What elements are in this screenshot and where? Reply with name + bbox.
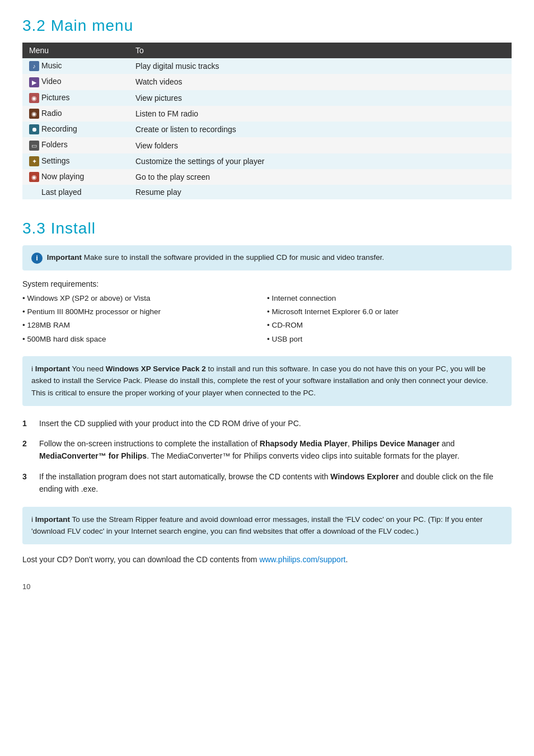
list-item: USB port [267, 334, 512, 345]
list-item: Windows XP (SP2 or above) or Vista [22, 293, 267, 304]
table-row: ◉Now playingGo to the play screen [22, 169, 512, 185]
philips-support-link[interactable]: www.philips.com/support [259, 555, 345, 564]
step-2: 2 Follow the on-screen instructions to c… [22, 437, 512, 463]
list-item: Internet connection [267, 293, 512, 304]
section-33-title: 3.3 Install [22, 220, 512, 237]
nowplaying-icon: ◉ [29, 172, 39, 182]
list-item: Pentium III 800MHz processor or higher [22, 306, 267, 318]
list-item: 500MB hard disk space [22, 334, 267, 345]
menu-cell: ♪Music [22, 58, 129, 74]
table-row: ◉RadioListen to FM radio [22, 106, 512, 122]
recording-icon: ⏺ [29, 124, 39, 134]
notice-box-2: i Important You need Windows XP Service … [22, 356, 512, 406]
step-1-num: 1 [22, 417, 30, 430]
menu-label: Radio [41, 109, 62, 118]
lost-cd-text: Lost your CD? Don't worry, you can downl… [22, 555, 259, 564]
video-icon: ▶ [29, 77, 39, 87]
table-row: ♪MusicPlay digital music tracks [22, 58, 512, 74]
lost-cd-paragraph: Lost your CD? Don't worry, you can downl… [22, 553, 512, 566]
notice-box-3: i Important To use the Stream Ripper fea… [22, 507, 512, 544]
to-cell: Resume play [129, 185, 512, 199]
list-item: CD-ROM [267, 320, 512, 331]
notice1-text: Make sure to install the software provid… [82, 253, 384, 262]
notice2-bold: You need Windows XP Service Pack 2 to in… [31, 365, 488, 397]
lost-cd-end: . [345, 555, 348, 564]
step-2-num: 2 [22, 437, 30, 463]
step-2-text: Follow the on-screen instructions to com… [39, 437, 512, 463]
important-label-3: Important [35, 515, 70, 524]
list-item: 128MB RAM [22, 320, 267, 331]
menu-label: Recording [41, 124, 77, 133]
menu-cell: ◉Radio [22, 106, 129, 122]
section-32-title: 3.2 Main menu [22, 17, 512, 35]
to-cell: Listen to FM radio [129, 106, 512, 122]
step-3-num: 3 [22, 470, 30, 496]
menu-label: Settings [41, 156, 70, 165]
music-icon: ♪ [29, 61, 39, 71]
menu-cell: ◉Now playing [22, 169, 129, 185]
col-to-header: To [129, 43, 512, 58]
col-menu-header: Menu [22, 43, 129, 58]
step-3-text: If the installation program does not sta… [39, 470, 512, 496]
to-cell: Go to the play screen [129, 169, 512, 185]
table-row: ⏺RecordingCreate or listen to recordings [22, 122, 512, 137]
menu-label: Last played [41, 188, 82, 197]
step-1-text: Insert the CD supplied with your product… [39, 417, 512, 430]
table-row: ◉PicturesView pictures [22, 90, 512, 106]
important-label-1: Important [47, 253, 82, 262]
menu-label: Pictures [41, 93, 70, 102]
menu-cell: ⏺Recording [22, 122, 129, 137]
settings-icon: ✦ [29, 156, 39, 166]
to-cell: View folders [129, 137, 512, 153]
to-cell: View pictures [129, 90, 512, 106]
step-3: 3 If the installation program does not s… [22, 470, 512, 496]
main-menu-table: Menu To ♪MusicPlay digital music tracks▶… [22, 43, 512, 199]
menu-label: Now playing [41, 172, 84, 181]
folders-icon: ▭ [29, 141, 39, 151]
menu-label: Music [41, 61, 62, 70]
menu-label: Video [41, 77, 62, 86]
menu-cell: ◉Pictures [22, 90, 129, 106]
to-cell: Create or listen to recordings [129, 122, 512, 137]
page-number: 10 [22, 582, 512, 591]
important-label-2: Important [35, 365, 70, 373]
menu-cell: ▶Video [22, 74, 129, 90]
system-req-label: System requirements: [22, 279, 512, 288]
pictures-icon: ◉ [29, 93, 39, 103]
step-1: 1 Insert the CD supplied with your produ… [22, 417, 512, 430]
important-icon-1: i [31, 253, 43, 264]
to-cell: Play digital music tracks [129, 58, 512, 74]
notice3-text: To use the Stream Ripper feature and avo… [31, 515, 483, 536]
menu-cell: ✦Settings [22, 153, 129, 169]
list-item: Microsoft Internet Explorer 6.0 or later [267, 306, 512, 318]
table-row: ▭FoldersView folders [22, 137, 512, 153]
menu-label: Folders [41, 140, 68, 149]
table-row: ▶VideoWatch videos [22, 74, 512, 90]
requirements-list: Windows XP (SP2 or above) or VistaPentiu… [22, 293, 512, 347]
install-steps: 1 Insert the CD supplied with your produ… [22, 417, 512, 496]
table-row: ✦SettingsCustomize the settings of your … [22, 153, 512, 169]
important-icon-3: i [31, 515, 33, 524]
to-cell: Customize the settings of your player [129, 153, 512, 169]
table-row: Last playedResume play [22, 185, 512, 199]
req-col-2: Internet connectionMicrosoft Internet Ex… [267, 293, 512, 347]
important-icon-2: i [31, 365, 33, 373]
req-col-1: Windows XP (SP2 or above) or VistaPentiu… [22, 293, 267, 347]
radio-icon: ◉ [29, 109, 39, 119]
section-33: 3.3 Install i Important Make sure to ins… [22, 220, 512, 566]
to-cell: Watch videos [129, 74, 512, 90]
menu-cell: Last played [22, 185, 129, 199]
notice-box-1: i Important Make sure to install the sof… [22, 245, 512, 270]
menu-cell: ▭Folders [22, 137, 129, 153]
